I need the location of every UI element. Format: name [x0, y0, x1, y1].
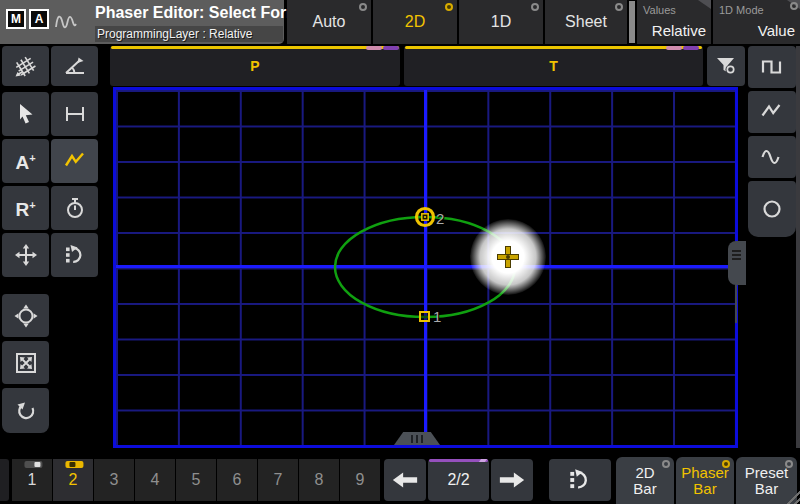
phaser-2d-canvas[interactable]: 2 1 — [113, 87, 738, 448]
preset-bar-radio — [785, 460, 793, 468]
page-button-8[interactable]: 8 — [299, 459, 339, 501]
page-button-9[interactable]: 9 — [340, 459, 380, 501]
page-button-4[interactable]: 4 — [135, 459, 175, 501]
circle-form-button[interactable] — [748, 181, 796, 237]
bottom-left-grip[interactable] — [0, 459, 9, 501]
tab-2d[interactable]: 2D — [373, 0, 457, 44]
page-button-6[interactable]: 6 — [217, 459, 257, 501]
center-target-button[interactable] — [2, 294, 49, 337]
matricks-loop-icon — [62, 242, 88, 268]
drag-handle-lines-icon — [411, 435, 423, 443]
right-edge-strip — [796, 46, 800, 448]
ma-logo[interactable]: M A — [6, 9, 49, 29]
ma-logo-a: A — [29, 9, 49, 29]
form-point-2-marker[interactable] — [413, 205, 437, 229]
filter-button[interactable] — [707, 46, 745, 86]
phaser-editor-window: M A Phaser Editor: Select Form Programmi… — [0, 0, 800, 504]
attribute-t-button[interactable]: T — [404, 46, 703, 86]
circle-form-icon — [759, 196, 785, 222]
filter-icon — [713, 53, 739, 79]
dropdown-triangle-icon — [698, 0, 711, 9]
programming-layer-label: ProgrammingLayer : Relative — [95, 26, 283, 42]
page-button-3[interactable]: 3 — [94, 459, 134, 501]
undo-button[interactable] — [2, 388, 49, 433]
page-button-5[interactable]: 5 — [176, 459, 216, 501]
t-pink-segment — [666, 46, 682, 50]
grid-snap-button[interactable] — [2, 46, 49, 86]
mode-dropdown-label: 1D Mode — [719, 4, 764, 16]
width-span-tool-button[interactable] — [51, 92, 98, 136]
p-purple-segment — [383, 46, 399, 50]
move-tool-button[interactable] — [2, 233, 49, 277]
tab-auto[interactable]: Auto — [287, 0, 371, 44]
window-title: Phaser Editor: Select Form — [95, 4, 300, 22]
page-button-7[interactable]: 7 — [258, 459, 298, 501]
page-previous-button[interactable] — [384, 459, 426, 501]
tab-2d-radio — [445, 3, 453, 11]
preset-bar-button[interactable]: Preset Bar — [736, 457, 797, 504]
phaser-bar-button[interactable]: Phaser Bar — [676, 457, 734, 504]
p-encoder-bar — [111, 46, 399, 49]
relative-zigzag-tool-button[interactable] — [51, 139, 98, 183]
values-dropdown-label: Values — [643, 4, 676, 16]
triangle-wave-form-button[interactable] — [748, 91, 796, 133]
tab-1d[interactable]: 1D — [459, 0, 543, 44]
page-next-button[interactable] — [491, 459, 533, 501]
form-ellipse — [116, 90, 735, 445]
fit-view-button[interactable] — [2, 341, 49, 384]
mode-dropdown-radio — [790, 2, 798, 10]
angle-icon — [62, 53, 88, 79]
matricks-bar-button[interactable] — [549, 459, 611, 501]
page-2-badge — [65, 461, 83, 468]
tab-2d-label: 2D — [405, 13, 425, 31]
tab-sheet-radio — [615, 3, 623, 11]
stopwatch-icon — [62, 195, 88, 221]
page-button-1[interactable]: 1 — [12, 459, 52, 501]
arrow-left-icon — [391, 469, 419, 491]
matricks-loop-button[interactable] — [51, 233, 98, 277]
crosshair-cursor-icon[interactable] — [497, 246, 519, 268]
p-label: P — [250, 58, 259, 74]
grid-snap-icon — [13, 53, 39, 79]
2d-bar-button[interactable]: 2D Bar — [616, 457, 674, 504]
right-panel-handle-tail — [735, 285, 737, 323]
point-1-label: 1 — [433, 308, 441, 325]
page-indicator[interactable]: 2/2 — [428, 459, 489, 501]
point-2-label: 2 — [436, 210, 444, 227]
t-purple-segment — [683, 46, 699, 50]
recall-label: R+ — [15, 196, 35, 219]
phaser-bar-radio — [722, 460, 730, 468]
tab-sheet[interactable]: Sheet — [545, 0, 627, 44]
2d-bar-radio — [662, 460, 670, 468]
sine-wave-icon — [759, 144, 785, 170]
absolute-tool-button[interactable]: A+ — [2, 139, 49, 183]
t-label: T — [549, 58, 558, 74]
tab-auto-label: Auto — [313, 13, 346, 31]
form-point-1-marker[interactable] — [419, 311, 430, 322]
values-dropdown[interactable]: Values Relative — [637, 0, 711, 44]
right-panel-drag-handle[interactable] — [728, 241, 746, 285]
values-dropdown-value: Relative — [652, 22, 706, 39]
phaser-wave-icon — [50, 9, 82, 35]
square-wave-icon — [759, 54, 785, 80]
square-wave-form-button[interactable] — [748, 46, 796, 88]
triangle-wave-icon — [759, 99, 785, 125]
recall-tool-button[interactable]: R+ — [2, 186, 49, 230]
page-button-2[interactable]: 2 — [53, 459, 93, 501]
tab-sheet-label: Sheet — [565, 13, 607, 31]
pointer-tool-button[interactable] — [2, 92, 49, 136]
relative-zigzag-icon — [62, 148, 88, 174]
undo-icon — [13, 398, 39, 424]
sine-wave-form-button[interactable] — [748, 136, 796, 178]
pointer-icon — [13, 101, 39, 127]
mode-dropdown[interactable]: 1D Mode Value — [713, 0, 800, 44]
tab-auto-radio — [359, 3, 367, 11]
matricks-loop-icon — [566, 466, 594, 494]
angle-tool-button[interactable] — [51, 46, 98, 86]
drag-handle-lines-icon — [732, 250, 741, 260]
tab-1d-radio — [531, 3, 539, 11]
header-separator — [629, 1, 635, 43]
attribute-p-button[interactable]: P — [110, 46, 400, 86]
arrow-right-icon — [498, 469, 526, 491]
stopwatch-tool-button[interactable] — [51, 186, 98, 230]
